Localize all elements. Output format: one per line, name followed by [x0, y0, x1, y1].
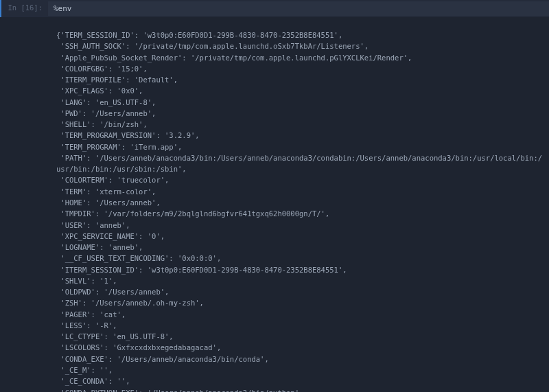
- output-prompt: [0, 25, 47, 392]
- output-cell: {'TERM_SESSION_ID': 'w3t0p0:E60FD0D1-299…: [0, 21, 549, 392]
- code-input[interactable]: %env: [48, 1, 549, 16]
- input-prompt: In [16]:: [1, 1, 48, 16]
- magic-command: %env: [54, 4, 72, 13]
- input-cell: In [16]: %env: [0, 0, 549, 17]
- output-text: {'TERM_SESSION_ID': 'w3t0p0:E60FD0D1-299…: [47, 25, 549, 392]
